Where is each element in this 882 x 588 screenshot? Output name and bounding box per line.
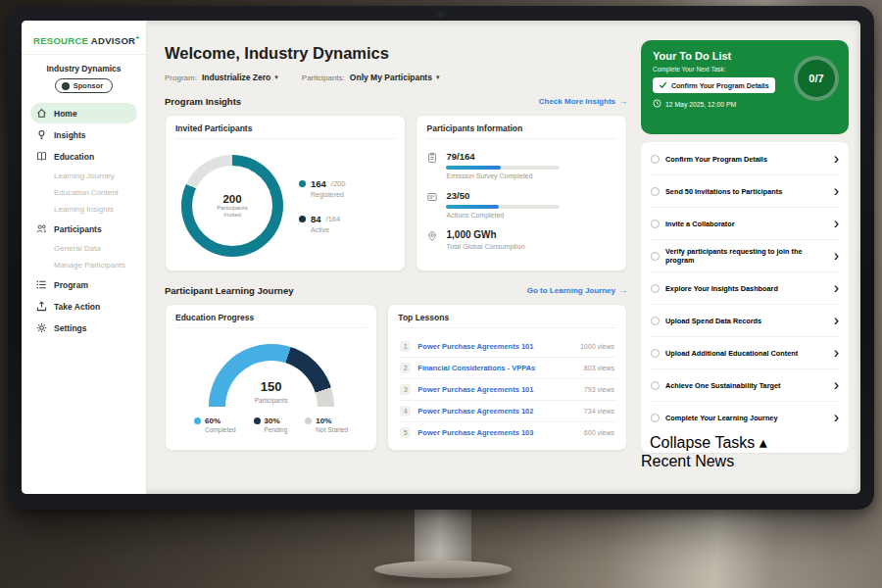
- program-filter-label: Program:: [165, 74, 197, 82]
- section-title: Participant Learning Journey: [165, 285, 293, 296]
- pending-dot: [254, 417, 261, 424]
- task-checkbox[interactable]: [651, 284, 660, 293]
- upload-icon: [36, 301, 47, 312]
- sidebar-item-general-data[interactable]: General Data: [22, 240, 146, 257]
- check-more-insights-link[interactable]: Check More Insights →: [539, 97, 627, 106]
- filter-bar: Program: Industrialize Zero ▾ Participan…: [165, 73, 627, 82]
- stat-global-consumption: 1,000 GWh Total Global Consumption: [426, 229, 616, 250]
- sponsor-badge: Sponsor: [55, 78, 113, 93]
- lesson-row[interactable]: 2 Financial Considerations - VPPAs 803 v…: [398, 358, 616, 379]
- sidebar-item-manage-participants[interactable]: Manage Participants: [22, 257, 146, 273]
- task-item[interactable]: Complete Your Learning Journey ›: [650, 402, 840, 433]
- registered-dot: [299, 180, 306, 187]
- participants-filter-label: Participants:: [302, 74, 345, 82]
- monitor-stand-base: [374, 561, 512, 578]
- chevron-right-icon[interactable]: ›: [834, 344, 839, 362]
- task-item[interactable]: Upload Additional Educational Content ›: [650, 337, 840, 369]
- task-list-card: Confirm Your Program Details › Send 50 I…: [641, 142, 849, 453]
- task-checkbox[interactable]: [651, 414, 660, 422]
- home-icon: [36, 108, 47, 119]
- sidebar-item-education-content[interactable]: Education Content: [22, 184, 146, 201]
- lesson-row[interactable]: 3 Power Purchase Agreements 101 793 view…: [398, 379, 616, 401]
- sidebar: RESOURCE ADVISOR+ Industry Dynamics Spon…: [22, 21, 147, 494]
- sidebar-item-learning-insights[interactable]: Learning Insights: [22, 201, 146, 218]
- arrow-right-icon: →: [619, 286, 627, 295]
- task-item[interactable]: Explore Your Insights Dashboard ›: [650, 272, 840, 305]
- sidebar-item-participants[interactable]: Participants: [30, 219, 137, 239]
- gauge-legend: 60% Completed 30% Pending 10% Not Starte…: [194, 416, 348, 433]
- clock-icon: [653, 99, 662, 109]
- chevron-right-icon[interactable]: ›: [834, 409, 839, 426]
- participants-information-card: Participants Information 79/164 Emission…: [416, 115, 627, 271]
- learning-cards-row: Education Progress 150 Participants 60%: [165, 304, 627, 451]
- chevron-right-icon[interactable]: ›: [834, 215, 839, 232]
- top-lessons-card: Top Lessons 1 Power Purchase Agreements …: [387, 304, 627, 451]
- sidebar-item-program[interactable]: Program: [30, 274, 137, 295]
- participants-dropdown[interactable]: Only My Participants ▾: [350, 73, 440, 82]
- sidebar-item-home[interactable]: Home: [30, 103, 137, 123]
- lesson-row[interactable]: 4 Power Purchase Agreements 102 734 view…: [398, 401, 616, 422]
- task-checkbox[interactable]: [651, 349, 660, 358]
- insights-cards-row: Invited Participants 200 Participants In…: [165, 115, 627, 271]
- program-dropdown[interactable]: Industrialize Zero ▾: [202, 73, 278, 82]
- donut-legend: 164 /200 Registered 84 /164: [299, 178, 345, 233]
- task-item[interactable]: Invite a Collaborator ›: [650, 208, 840, 240]
- page-title: Welcome, Industry Dynamics: [165, 44, 627, 63]
- app-logo[interactable]: RESOURCE ADVISOR+: [22, 32, 146, 55]
- lesson-row[interactable]: 5 Power Purchase Agreements 103 600 view…: [398, 422, 616, 443]
- stat-actions-completed: 23/50 Actions Completed: [426, 190, 616, 219]
- education-gauge-chart: 150 Participants: [209, 344, 334, 407]
- task-checkbox[interactable]: [651, 220, 660, 228]
- checklist-icon: [426, 191, 438, 203]
- task-item[interactable]: Confirm Your Program Details ›: [650, 143, 840, 175]
- sidebar-item-education[interactable]: Education: [30, 146, 137, 167]
- todo-panel: Your To Do List Complete Your Next Task:…: [641, 21, 849, 494]
- sidebar-item-learning-journey[interactable]: Learning Journey: [22, 168, 146, 184]
- learning-journey-header: Participant Learning Journey Go to Learn…: [165, 285, 627, 296]
- next-task-chip[interactable]: Confirm Your Program Details: [653, 77, 775, 93]
- task-item[interactable]: Verify participants requesting to join t…: [650, 240, 840, 272]
- education-progress-card: Education Progress 150 Participants 60%: [165, 304, 377, 451]
- legend-item-active: 84 /164 Active: [299, 214, 345, 233]
- background-scene: RESOURCE ADVISOR+ Industry Dynamics Spon…: [0, 0, 882, 588]
- invited-participants-card: Invited Participants 200 Participants In…: [165, 115, 406, 271]
- list-icon: [36, 279, 47, 290]
- task-checkbox[interactable]: [651, 252, 660, 261]
- chevron-down-icon: ▾: [274, 74, 278, 81]
- main-content: Welcome, Industry Dynamics Program: Indu…: [147, 21, 641, 494]
- arrow-right-icon: →: [619, 97, 627, 106]
- stat-emission-survey: 79/164 Emission Survey Completed: [426, 151, 616, 179]
- book-icon: [36, 151, 47, 162]
- recent-news-header[interactable]: Recent News: [641, 453, 849, 470]
- lightbulb-icon: [36, 129, 47, 140]
- chevron-right-icon[interactable]: ›: [834, 279, 839, 297]
- sidebar-item-settings[interactable]: Settings: [30, 318, 137, 338]
- donut-center-label: Participants Invited: [210, 205, 255, 220]
- check-icon: [659, 80, 667, 90]
- location-pin-icon: [426, 230, 438, 242]
- emission-progress-bar: [446, 166, 560, 170]
- chevron-right-icon[interactable]: ›: [834, 376, 839, 394]
- todo-summary-card: Your To Do List Complete Your Next Task:…: [641, 40, 849, 134]
- participants-filter: Participants: Only My Participants ▾: [302, 73, 440, 82]
- task-checkbox[interactable]: [651, 187, 660, 196]
- gear-icon: [36, 322, 47, 333]
- task-checkbox[interactable]: [651, 381, 660, 390]
- chevron-up-icon: ▴: [760, 434, 767, 451]
- chevron-right-icon[interactable]: ›: [834, 182, 839, 200]
- task-checkbox[interactable]: [651, 155, 660, 164]
- task-item[interactable]: Upload Spend Data Records ›: [650, 305, 840, 337]
- collapse-tasks-button[interactable]: Collapse Tasks ▴: [650, 433, 840, 452]
- chevron-down-icon: ▾: [436, 74, 440, 81]
- task-item[interactable]: Achieve One Sustainability Target ›: [650, 369, 840, 402]
- go-to-learning-journey-link[interactable]: Go to Learning Journey →: [527, 286, 627, 295]
- sidebar-item-take-action[interactable]: Take Action: [30, 296, 137, 317]
- sidebar-item-insights[interactable]: Insights: [30, 124, 137, 145]
- task-checkbox[interactable]: [651, 317, 660, 325]
- dashboard-screen: RESOURCE ADVISOR+ Industry Dynamics Spon…: [22, 21, 860, 494]
- chevron-right-icon[interactable]: ›: [834, 247, 839, 265]
- chevron-right-icon[interactable]: ›: [834, 312, 839, 329]
- chevron-right-icon[interactable]: ›: [834, 150, 839, 168]
- lesson-row[interactable]: 1 Power Purchase Agreements 101 1000 vie…: [398, 336, 616, 358]
- task-item[interactable]: Send 50 Invitations to Participants ›: [650, 175, 840, 208]
